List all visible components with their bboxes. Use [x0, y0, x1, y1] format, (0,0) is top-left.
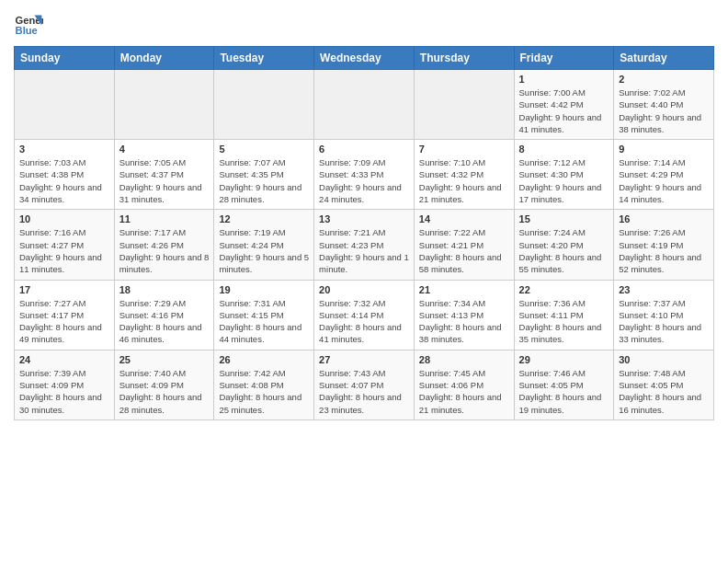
day-number: 16: [619, 213, 709, 224]
calendar-cell: [214, 70, 314, 140]
day-info: Sunrise: 7:31 AM Sunset: 4:15 PM Dayligh…: [219, 297, 309, 346]
calendar-cell: 6Sunrise: 7:09 AM Sunset: 4:33 PM Daylig…: [314, 140, 415, 210]
calendar-cell: 19Sunrise: 7:31 AM Sunset: 4:15 PM Dayli…: [214, 280, 314, 350]
day-info: Sunrise: 7:19 AM Sunset: 4:24 PM Dayligh…: [219, 226, 309, 275]
calendar-cell: 24Sunrise: 7:39 AM Sunset: 4:09 PM Dayli…: [15, 350, 115, 419]
day-number: 7: [419, 144, 509, 155]
day-number: 27: [319, 354, 409, 365]
day-number: 25: [119, 354, 210, 365]
day-info: Sunrise: 7:09 AM Sunset: 4:33 PM Dayligh…: [319, 156, 409, 205]
day-number: 12: [219, 213, 309, 224]
day-info: Sunrise: 7:05 AM Sunset: 4:37 PM Dayligh…: [119, 156, 210, 205]
day-info: Sunrise: 7:21 AM Sunset: 4:23 PM Dayligh…: [319, 226, 409, 275]
day-number: 8: [519, 144, 609, 155]
calendar-cell: [414, 70, 514, 140]
day-number: 5: [219, 144, 309, 155]
svg-text:Blue: Blue: [16, 25, 38, 36]
day-number: 4: [119, 144, 210, 155]
day-info: Sunrise: 7:12 AM Sunset: 4:30 PM Dayligh…: [519, 156, 609, 205]
calendar-cell: 12Sunrise: 7:19 AM Sunset: 4:24 PM Dayli…: [214, 210, 314, 280]
day-info: Sunrise: 7:24 AM Sunset: 4:20 PM Dayligh…: [519, 226, 609, 275]
calendar-cell: 16Sunrise: 7:26 AM Sunset: 4:19 PM Dayli…: [614, 210, 714, 280]
day-number: 3: [19, 144, 109, 155]
calendar-cell: 9Sunrise: 7:14 AM Sunset: 4:29 PM Daylig…: [614, 140, 714, 210]
day-info: Sunrise: 7:16 AM Sunset: 4:27 PM Dayligh…: [19, 226, 109, 275]
day-info: Sunrise: 7:07 AM Sunset: 4:35 PM Dayligh…: [219, 156, 309, 205]
day-info: Sunrise: 7:43 AM Sunset: 4:07 PM Dayligh…: [319, 367, 409, 416]
calendar-cell: 15Sunrise: 7:24 AM Sunset: 4:20 PM Dayli…: [514, 210, 614, 280]
day-info: Sunrise: 7:26 AM Sunset: 4:19 PM Dayligh…: [619, 226, 709, 275]
weekday-header-wednesday: Wednesday: [314, 47, 415, 70]
calendar-cell: 1Sunrise: 7:00 AM Sunset: 4:42 PM Daylig…: [514, 70, 614, 140]
day-info: Sunrise: 7:17 AM Sunset: 4:26 PM Dayligh…: [119, 226, 210, 275]
day-info: Sunrise: 7:48 AM Sunset: 4:05 PM Dayligh…: [619, 367, 709, 416]
calendar-cell: 5Sunrise: 7:07 AM Sunset: 4:35 PM Daylig…: [214, 140, 314, 210]
calendar-cell: 21Sunrise: 7:34 AM Sunset: 4:13 PM Dayli…: [414, 280, 514, 350]
day-number: 26: [219, 354, 309, 365]
day-info: Sunrise: 7:14 AM Sunset: 4:29 PM Dayligh…: [619, 156, 709, 205]
day-info: Sunrise: 7:40 AM Sunset: 4:09 PM Dayligh…: [119, 367, 210, 416]
day-number: 24: [19, 354, 109, 365]
day-info: Sunrise: 7:34 AM Sunset: 4:13 PM Dayligh…: [419, 297, 509, 346]
calendar-cell: 14Sunrise: 7:22 AM Sunset: 4:21 PM Dayli…: [414, 210, 514, 280]
calendar-cell: 26Sunrise: 7:42 AM Sunset: 4:08 PM Dayli…: [214, 350, 314, 419]
calendar-cell: 30Sunrise: 7:48 AM Sunset: 4:05 PM Dayli…: [614, 350, 714, 419]
day-number: 21: [419, 284, 509, 295]
calendar-cell: 8Sunrise: 7:12 AM Sunset: 4:30 PM Daylig…: [514, 140, 614, 210]
calendar-cell: 11Sunrise: 7:17 AM Sunset: 4:26 PM Dayli…: [114, 210, 214, 280]
weekday-header-saturday: Saturday: [614, 47, 714, 70]
day-number: 13: [319, 213, 409, 224]
day-info: Sunrise: 7:37 AM Sunset: 4:10 PM Dayligh…: [619, 297, 709, 346]
day-info: Sunrise: 7:42 AM Sunset: 4:08 PM Dayligh…: [219, 367, 309, 416]
day-number: 2: [619, 74, 709, 85]
day-number: 20: [319, 284, 409, 295]
day-number: 19: [219, 284, 309, 295]
day-info: Sunrise: 7:32 AM Sunset: 4:14 PM Dayligh…: [319, 297, 409, 346]
weekday-header-friday: Friday: [514, 47, 614, 70]
day-number: 30: [619, 354, 709, 365]
day-number: 22: [519, 284, 609, 295]
calendar-cell: 4Sunrise: 7:05 AM Sunset: 4:37 PM Daylig…: [114, 140, 214, 210]
day-number: 29: [519, 354, 609, 365]
logo: General Blue: [14, 9, 43, 39]
day-number: 1: [519, 74, 609, 85]
weekday-header-sunday: Sunday: [15, 47, 115, 70]
header: General Blue: [14, 9, 714, 39]
day-info: Sunrise: 7:27 AM Sunset: 4:17 PM Dayligh…: [19, 297, 109, 346]
calendar-cell: 13Sunrise: 7:21 AM Sunset: 4:23 PM Dayli…: [314, 210, 415, 280]
calendar-cell: 17Sunrise: 7:27 AM Sunset: 4:17 PM Dayli…: [15, 280, 115, 350]
day-number: 11: [119, 213, 210, 224]
day-number: 17: [19, 284, 109, 295]
calendar-table: SundayMondayTuesdayWednesdayThursdayFrid…: [14, 46, 714, 420]
day-info: Sunrise: 7:29 AM Sunset: 4:16 PM Dayligh…: [119, 297, 210, 346]
weekday-header-tuesday: Tuesday: [214, 47, 314, 70]
calendar-cell: 20Sunrise: 7:32 AM Sunset: 4:14 PM Dayli…: [314, 280, 415, 350]
day-number: 10: [19, 213, 109, 224]
calendar-cell: 7Sunrise: 7:10 AM Sunset: 4:32 PM Daylig…: [414, 140, 514, 210]
day-info: Sunrise: 7:02 AM Sunset: 4:40 PM Dayligh…: [619, 86, 709, 135]
day-number: 23: [619, 284, 709, 295]
calendar-cell: 23Sunrise: 7:37 AM Sunset: 4:10 PM Dayli…: [614, 280, 714, 350]
calendar-cell: 28Sunrise: 7:45 AM Sunset: 4:06 PM Dayli…: [414, 350, 514, 419]
day-info: Sunrise: 7:39 AM Sunset: 4:09 PM Dayligh…: [19, 367, 109, 416]
day-number: 9: [619, 144, 709, 155]
day-info: Sunrise: 7:46 AM Sunset: 4:05 PM Dayligh…: [519, 367, 609, 416]
calendar-cell: [314, 70, 415, 140]
weekday-header-monday: Monday: [114, 47, 214, 70]
day-info: Sunrise: 7:03 AM Sunset: 4:38 PM Dayligh…: [19, 156, 109, 205]
calendar-cell: 29Sunrise: 7:46 AM Sunset: 4:05 PM Dayli…: [514, 350, 614, 419]
day-number: 18: [119, 284, 210, 295]
weekday-header-thursday: Thursday: [414, 47, 514, 70]
calendar-cell: [114, 70, 214, 140]
day-number: 6: [319, 144, 409, 155]
day-number: 14: [419, 213, 509, 224]
calendar-cell: [15, 70, 115, 140]
day-info: Sunrise: 7:10 AM Sunset: 4:32 PM Dayligh…: [419, 156, 509, 205]
day-info: Sunrise: 7:22 AM Sunset: 4:21 PM Dayligh…: [419, 226, 509, 275]
calendar-cell: 27Sunrise: 7:43 AM Sunset: 4:07 PM Dayli…: [314, 350, 415, 419]
calendar-cell: 2Sunrise: 7:02 AM Sunset: 4:40 PM Daylig…: [614, 70, 714, 140]
day-info: Sunrise: 7:00 AM Sunset: 4:42 PM Dayligh…: [519, 86, 609, 135]
day-info: Sunrise: 7:36 AM Sunset: 4:11 PM Dayligh…: [519, 297, 609, 346]
day-info: Sunrise: 7:45 AM Sunset: 4:06 PM Dayligh…: [419, 367, 509, 416]
calendar-cell: 22Sunrise: 7:36 AM Sunset: 4:11 PM Dayli…: [514, 280, 614, 350]
